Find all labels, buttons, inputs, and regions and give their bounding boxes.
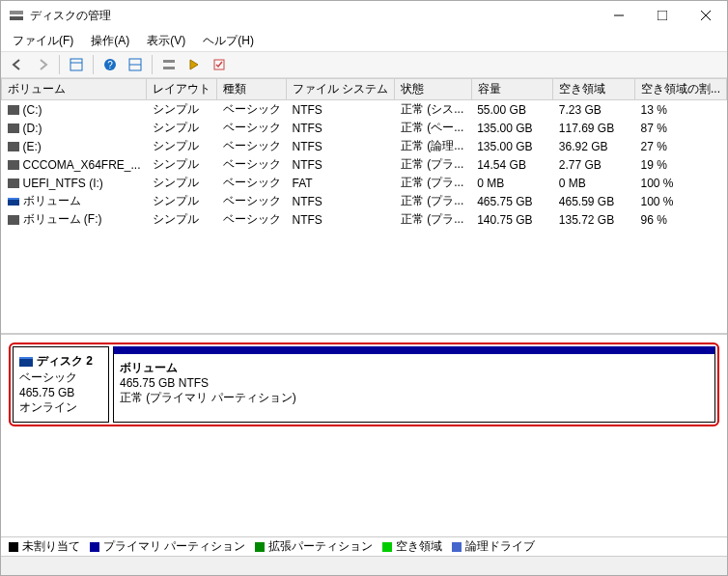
col-percent[interactable]: 空き領域の割...	[634, 79, 726, 100]
table-row[interactable]: CCCOMA_X64FRE_...シンプルベーシックNTFS正常 (プラ...1…	[2, 155, 727, 174]
col-layout[interactable]: レイアウト	[147, 79, 217, 100]
menu-help[interactable]: ヘルプ(H)	[195, 31, 262, 51]
toolbar: ?	[1, 51, 727, 78]
col-volume[interactable]: ボリューム	[2, 79, 147, 100]
legend: 未割り当て プライマリ パーティション 拡張パーティション 空き領域 論理ドライ…	[1, 536, 727, 556]
svg-rect-1	[10, 16, 23, 20]
disk-size: 465.75 GB	[19, 386, 102, 399]
partition-name: ボリューム	[120, 361, 178, 374]
window-title: ディスクの管理	[30, 8, 597, 24]
graphical-view[interactable]: ディスク 2 ベーシック 465.75 GB オンライン ボリューム 465.7…	[1, 334, 727, 556]
svg-text:?: ?	[107, 60, 113, 70]
menu-action[interactable]: 操作(A)	[83, 31, 137, 51]
legend-primary: プライマリ パーティション	[103, 538, 245, 555]
close-button[interactable]	[684, 1, 727, 30]
table-row[interactable]: (C:)シンプルベーシックNTFS正常 (シス...55.00 GB7.23 G…	[2, 100, 727, 120]
legend-extended: 拡張パーティション	[268, 538, 373, 555]
volume-icon	[8, 123, 19, 133]
partition-info: 465.75 GB NTFS	[120, 376, 709, 390]
col-capacity[interactable]: 容量	[471, 79, 553, 100]
properties-button[interactable]	[209, 54, 230, 75]
back-button[interactable]	[7, 54, 28, 75]
disk-label[interactable]: ディスク 2 ベーシック 465.75 GB オンライン	[13, 346, 109, 423]
svg-rect-6	[70, 59, 82, 70]
statusbar	[1, 556, 727, 575]
table-row[interactable]: ボリュームシンプルベーシックNTFS正常 (プラ...465.75 GB465.…	[2, 192, 727, 210]
refresh-button[interactable]	[183, 54, 205, 75]
volume-icon	[8, 160, 19, 170]
view-button-2[interactable]	[125, 54, 146, 75]
disk-name: ディスク 2	[37, 354, 93, 368]
menu-file[interactable]: ファイル(F)	[5, 31, 81, 51]
legend-extended-swatch	[255, 542, 265, 552]
window-controls	[597, 1, 727, 30]
legend-unalloc: 未割り当て	[22, 538, 80, 555]
partition[interactable]: ボリューム 465.75 GB NTFS 正常 (プライマリ パーティション)	[113, 346, 715, 423]
legend-logical-swatch	[452, 542, 462, 552]
disk-type: ベーシック	[19, 370, 102, 386]
volume-icon	[8, 215, 19, 225]
col-filesystem[interactable]: ファイル システム	[287, 79, 395, 100]
col-status[interactable]: 状態	[395, 79, 471, 100]
titlebar: ディスクの管理	[1, 1, 727, 30]
svg-rect-0	[10, 11, 23, 14]
volume-icon	[8, 142, 19, 151]
legend-free: 空き領域	[396, 538, 442, 555]
minimize-button[interactable]	[597, 1, 640, 30]
table-row[interactable]: ボリューム (F:)シンプルベーシックNTFS正常 (プラ...140.75 G…	[2, 210, 727, 229]
legend-free-swatch	[382, 542, 392, 552]
svg-rect-12	[163, 60, 175, 63]
disk-row[interactable]: ディスク 2 ベーシック 465.75 GB オンライン ボリューム 465.7…	[9, 343, 719, 426]
menu-view[interactable]: 表示(V)	[139, 31, 193, 51]
col-free[interactable]: 空き領域	[553, 79, 635, 100]
partition-status: 正常 (プライマリ パーティション)	[120, 390, 709, 406]
svg-rect-13	[163, 67, 175, 69]
volume-icon	[8, 105, 19, 115]
legend-unalloc-swatch	[9, 542, 18, 552]
legend-primary-swatch	[90, 542, 99, 552]
legend-logical: 論理ドライブ	[465, 538, 535, 555]
view-button-1[interactable]	[66, 54, 87, 75]
volume-icon	[8, 178, 19, 188]
app-icon	[9, 8, 24, 23]
table-row[interactable]: UEFI_NTFS (I:)シンプルベーシックFAT正常 (プラ...0 MB0…	[2, 174, 727, 192]
volume-list[interactable]: ボリューム レイアウト 種類 ファイル システム 状態 容量 空き領域 空き領域…	[1, 78, 727, 334]
svg-rect-3	[658, 11, 667, 20]
disk-icon	[19, 357, 33, 367]
volume-icon	[8, 198, 19, 206]
column-headers[interactable]: ボリューム レイアウト 種類 ファイル システム 状態 容量 空き領域 空き領域…	[2, 79, 727, 100]
table-row[interactable]: (D:)シンプルベーシックNTFS正常 (ペー...135.00 GB117.6…	[2, 119, 727, 137]
maximize-button[interactable]	[640, 1, 684, 30]
forward-button[interactable]	[32, 54, 53, 75]
menubar: ファイル(F) 操作(A) 表示(V) ヘルプ(H)	[1, 30, 727, 51]
disk-state: オンライン	[19, 399, 102, 416]
list-view-button[interactable]	[158, 54, 180, 75]
table-row[interactable]: (E:)シンプルベーシックNTFS正常 (論理...135.00 GB36.92…	[2, 137, 727, 155]
help-button[interactable]: ?	[99, 54, 121, 75]
col-type[interactable]: 種類	[217, 79, 287, 100]
